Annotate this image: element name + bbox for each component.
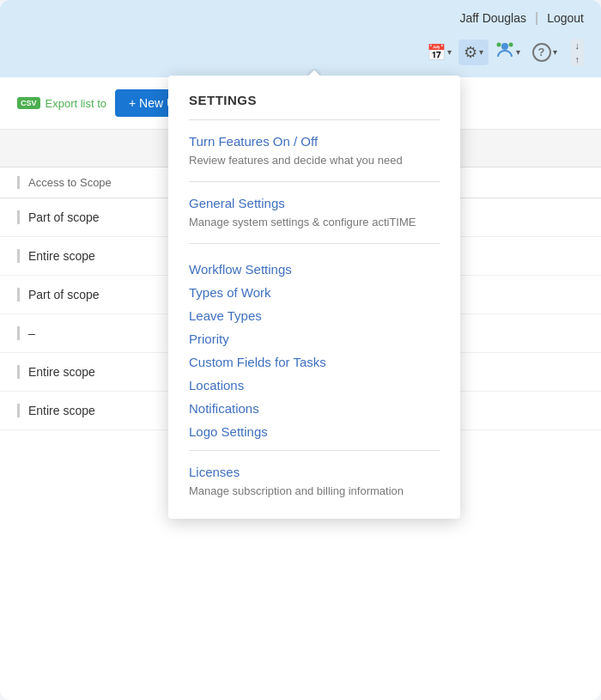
leave-types-link[interactable]: Leave Types	[189, 304, 440, 327]
csv-icon: CSV	[17, 97, 40, 109]
turn-features-description: Review features and decide what you need	[189, 154, 403, 167]
header-bar: Jaff Douglas | Logout 📅 ▾ ⚙ ▾	[0, 0, 601, 77]
logo-settings-link[interactable]: Logo Settings	[189, 420, 440, 443]
access-cell: Entire scope	[17, 249, 189, 263]
user-connect-icon-group[interactable]: ▾	[490, 37, 525, 67]
licenses-description: Manage subscription and billing informat…	[189, 484, 404, 497]
plain-links-section: Workflow Settings Types of Work Leave Ty…	[189, 258, 440, 443]
gear-icon-group[interactable]: ⚙ ▾	[458, 40, 489, 65]
general-settings-link[interactable]: General Settings	[189, 196, 440, 210]
help-chevron-icon: ▾	[553, 47, 557, 57]
nav-down-button[interactable]: ↓	[571, 39, 585, 52]
svg-point-2	[496, 43, 501, 47]
help-icon-group[interactable]: ? ▾	[527, 40, 562, 65]
locations-link[interactable]: Locations	[189, 374, 440, 397]
access-cell: Part of scope	[17, 210, 189, 224]
gear-icon: ⚙	[464, 43, 477, 62]
logout-link[interactable]: Logout	[547, 11, 584, 25]
access-cell: –	[17, 326, 189, 340]
settings-title: SETTINGS	[189, 93, 440, 107]
settings-divider-2	[189, 181, 440, 182]
gear-chevron-icon: ▾	[479, 47, 483, 57]
settings-divider-4	[189, 450, 440, 451]
user-connect-icon	[495, 40, 514, 64]
dropdown-arrow	[307, 69, 321, 76]
export-label: Export list to	[46, 97, 107, 110]
svg-point-1	[508, 43, 513, 47]
access-column-header: Access to Scope	[17, 176, 189, 189]
workflow-settings-link[interactable]: Workflow Settings	[189, 258, 440, 281]
svg-point-0	[501, 43, 508, 50]
licenses-link[interactable]: Licenses	[189, 465, 440, 479]
header-divider: |	[535, 10, 538, 26]
settings-divider-1	[189, 119, 440, 120]
turn-features-section: Turn Features On / Off Review features a…	[189, 134, 440, 167]
header-icons: 📅 ▾ ⚙ ▾ ▾ ? ▾	[422, 37, 585, 67]
general-settings-section: General Settings Manage system settings …	[189, 196, 440, 229]
settings-divider-3	[189, 243, 440, 244]
nav-up-button[interactable]: ↑	[571, 52, 585, 66]
export-button[interactable]: CSV Export list to	[17, 97, 106, 110]
turn-features-link[interactable]: Turn Features On / Off	[189, 134, 440, 149]
user-name: Jaff Douglas	[459, 11, 526, 25]
types-of-work-link[interactable]: Types of Work	[189, 281, 440, 304]
access-cell: Part of scope	[17, 288, 189, 301]
calendar-chevron-icon: ▾	[447, 47, 452, 57]
calendar-icon: 📅	[427, 43, 446, 62]
user-connect-chevron-icon: ▾	[516, 47, 520, 57]
custom-fields-link[interactable]: Custom Fields for Tasks	[189, 350, 440, 374]
settings-dropdown: SETTINGS Turn Features On / Off Review f…	[168, 76, 460, 519]
notifications-link[interactable]: Notifications	[189, 397, 440, 420]
calendar-icon-group[interactable]: 📅 ▾	[422, 40, 457, 65]
help-icon: ?	[532, 43, 551, 62]
licenses-section: Licenses Manage subscription and billing…	[189, 465, 440, 498]
access-cell: Entire scope	[17, 404, 189, 417]
priority-link[interactable]: Priority	[189, 327, 440, 350]
general-settings-description: Manage system settings & configure actiT…	[189, 216, 416, 228]
access-cell: Entire scope	[17, 365, 189, 379]
